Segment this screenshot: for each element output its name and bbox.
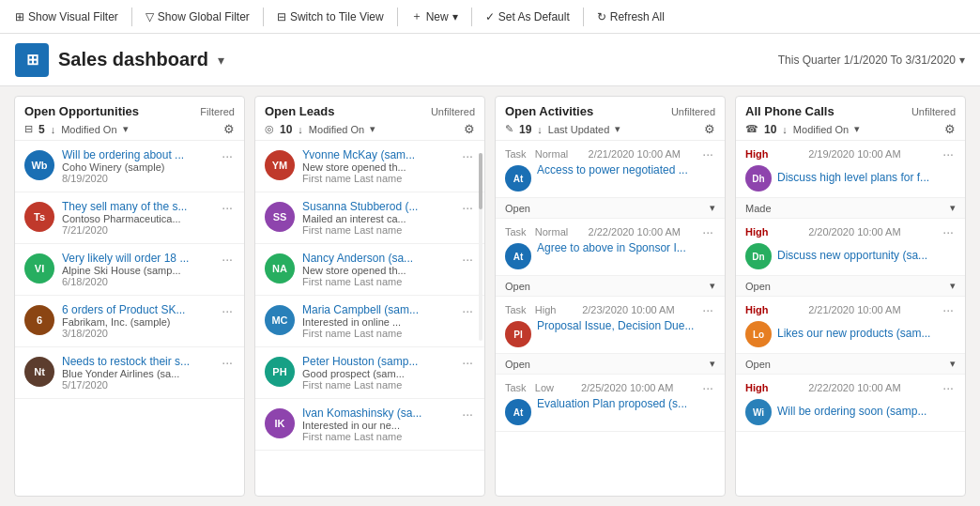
- opp-card-4[interactable]: 6 6 orders of Product SK... Fabrikam, In…: [15, 296, 244, 347]
- refresh-all-button[interactable]: ↻ Refresh All: [590, 7, 672, 27]
- card-more-button[interactable]: ···: [220, 355, 235, 370]
- col-filter-icon[interactable]: ⚙: [704, 122, 715, 136]
- activity-footer-3: Open ▾: [496, 354, 725, 375]
- card-more-button[interactable]: ···: [460, 148, 475, 163]
- expand-icon[interactable]: ▾: [950, 280, 956, 292]
- col-filter-badge: Unfiltered: [911, 106, 956, 117]
- show-global-filter-button[interactable]: ▽ Show Global Filter: [138, 7, 257, 27]
- card-more-button[interactable]: ···: [220, 148, 235, 163]
- card-more-button[interactable]: ···: [941, 146, 956, 161]
- card-more-button[interactable]: ···: [941, 302, 956, 317]
- set-as-default-label: Set As Default: [498, 10, 570, 23]
- sort-dropdown-icon[interactable]: ▾: [123, 123, 129, 135]
- lead-card-5[interactable]: PH Peter Houston (samp... Good prospect …: [255, 347, 484, 399]
- sort-arrow-icon[interactable]: ↓: [782, 124, 788, 135]
- opp-card-1[interactable]: Wb Will be ordering about ... Coho Winer…: [15, 141, 244, 192]
- title-dropdown-icon[interactable]: ▾: [218, 53, 224, 68]
- switch-tile-view-button[interactable]: ⊟ Switch to Tile View: [269, 7, 391, 27]
- new-button[interactable]: ＋ New ▾: [404, 5, 466, 28]
- set-as-default-button[interactable]: ✓ Set As Default: [478, 7, 577, 27]
- col-sort-label[interactable]: Modified On: [793, 124, 849, 135]
- col-sort-label[interactable]: Last Updated: [548, 124, 609, 135]
- card-more-button[interactable]: ···: [941, 224, 956, 239]
- avatar: Dh: [745, 165, 772, 192]
- col-filter-badge: Unfiltered: [671, 106, 715, 117]
- opp-card-3[interactable]: VI Very likely will order 18 ... Alpine …: [15, 244, 244, 296]
- card-more-button[interactable]: ···: [460, 355, 475, 370]
- new-label: New: [426, 10, 449, 23]
- col-sort-label[interactable]: Modified On: [61, 124, 116, 135]
- expand-icon[interactable]: ▾: [710, 280, 715, 292]
- lead-card-2[interactable]: SS Susanna Stubberod (... Mailed an inte…: [255, 192, 484, 244]
- show-visual-filter-button[interactable]: ⊞ Show Visual Filter: [8, 7, 126, 27]
- phone-card-3[interactable]: High 2/21/2020 10:00 AM ··· Lo Likes our…: [736, 297, 965, 354]
- card-more-button[interactable]: ···: [220, 303, 235, 318]
- date-range-dropdown-icon[interactable]: ▾: [959, 54, 965, 67]
- toolbar: ⊞ Show Visual Filter ▽ Show Global Filte…: [0, 0, 980, 34]
- separator-3: [397, 8, 398, 26]
- col-sort-label[interactable]: Modified On: [309, 124, 364, 135]
- card-more-button[interactable]: ···: [700, 146, 715, 161]
- col-filter-icon[interactable]: ⚙: [223, 122, 235, 136]
- activity-group-2: Task Normal 2/22/2020 10:00 AM ··· At Ag…: [496, 219, 725, 297]
- phone-title: Discuss high level plans for f...: [777, 171, 956, 184]
- show-visual-filter-label: Show Visual Filter: [28, 10, 118, 23]
- status-open: Open: [505, 281, 530, 292]
- open-leads-header: Open Leads Unfiltered ◎ 10 ↓ Modified On…: [255, 97, 484, 141]
- col-title-row: Open Activities Unfiltered: [505, 104, 715, 118]
- card-more-button[interactable]: ···: [460, 406, 475, 422]
- card-more-button[interactable]: ···: [220, 252, 235, 267]
- card-more-button[interactable]: ···: [220, 200, 235, 215]
- expand-icon[interactable]: ▾: [950, 202, 956, 214]
- card-more-button[interactable]: ···: [941, 380, 956, 395]
- activity-card-4[interactable]: Task Low 2/25/2020 10:00 AM ··· At Evalu…: [496, 375, 725, 432]
- priority-label: High: [745, 226, 768, 238]
- card-more-button[interactable]: ···: [700, 302, 715, 317]
- col-filter-icon[interactable]: ⚙: [464, 122, 475, 136]
- card-sub: Alpine Ski House (samp...: [62, 265, 212, 276]
- col-filter-badge: Filtered: [200, 106, 235, 117]
- phone-card-1[interactable]: High 2/19/2020 10:00 AM ··· Dh Discuss h…: [736, 141, 965, 198]
- activity-card-1[interactable]: Task Normal 2/21/2020 10:00 AM ··· At Ac…: [496, 141, 725, 198]
- expand-icon[interactable]: ▾: [710, 202, 715, 214]
- card-more-button[interactable]: ···: [460, 303, 475, 318]
- phone-body: Dh Discuss high level plans for f...: [745, 163, 956, 192]
- sort-dropdown-icon[interactable]: ▾: [370, 123, 375, 135]
- card-more-button[interactable]: ···: [700, 224, 715, 239]
- opp-card-5[interactable]: Nt Needs to restock their s... Blue Yond…: [15, 347, 244, 399]
- avatar: Wb: [24, 150, 54, 180]
- opp-card-2[interactable]: Ts They sell many of the s... Contoso Ph…: [15, 192, 244, 244]
- phone-body: Lo Likes our new products (sam...: [745, 319, 956, 347]
- card-sub: New store opened th...: [302, 161, 452, 173]
- all-phone-calls-body: High 2/19/2020 10:00 AM ··· Dh Discuss h…: [736, 141, 965, 496]
- activity-datetime: 2/23/2020 10:00 AM: [582, 304, 674, 315]
- lead-card-3[interactable]: NA Nancy Anderson (sa... New store opene…: [255, 244, 484, 296]
- activity-card-3[interactable]: Task High 2/23/2020 10:00 AM ··· PI Prop…: [496, 297, 725, 354]
- col-sort-icon: ⊟: [24, 123, 33, 135]
- expand-icon[interactable]: ▾: [950, 358, 956, 370]
- card-sub: Mailed an interest ca...: [302, 213, 452, 224]
- lead-card-6[interactable]: IK Ivan Komashinsky (sa... Interested in…: [255, 399, 484, 451]
- card-more-button[interactable]: ···: [460, 252, 475, 267]
- lead-card-1[interactable]: YM Yvonne McKay (sam... New store opened…: [255, 141, 484, 192]
- card-content: Nancy Anderson (sa... New store opened t…: [302, 252, 452, 287]
- scrollbar-thumb[interactable]: [479, 153, 482, 209]
- all-phone-calls-column: All Phone Calls Unfiltered ☎ 10 ↓ Modifi…: [735, 96, 966, 497]
- lead-card-4[interactable]: MC Maria Campbell (sam... Interested in …: [255, 296, 484, 347]
- card-more-button[interactable]: ···: [700, 380, 715, 395]
- col-filter-icon[interactable]: ⚙: [944, 122, 956, 136]
- card-more-button[interactable]: ···: [460, 200, 475, 215]
- sort-arrow-icon[interactable]: ↓: [537, 124, 543, 135]
- sort-arrow-icon[interactable]: ↓: [298, 124, 303, 135]
- call-status: Open: [745, 359, 771, 370]
- card-content: Needs to restock their s... Blue Yonder …: [62, 355, 212, 391]
- phone-card-4[interactable]: High 2/22/2020 10:00 AM ··· Wi Will be o…: [736, 375, 965, 432]
- sort-dropdown-icon[interactable]: ▾: [854, 123, 860, 135]
- header-left: ⊞ Sales dashboard ▾: [15, 43, 224, 77]
- sort-arrow-icon[interactable]: ↓: [51, 124, 56, 135]
- sort-dropdown-icon[interactable]: ▾: [615, 123, 620, 135]
- phone-card-2[interactable]: High 2/20/2020 10:00 AM ··· Dn Discuss n…: [736, 219, 965, 276]
- activity-group-4: Task Low 2/25/2020 10:00 AM ··· At Evalu…: [496, 375, 725, 432]
- expand-icon[interactable]: ▾: [710, 358, 715, 370]
- activity-card-2[interactable]: Task Normal 2/22/2020 10:00 AM ··· At Ag…: [496, 219, 725, 276]
